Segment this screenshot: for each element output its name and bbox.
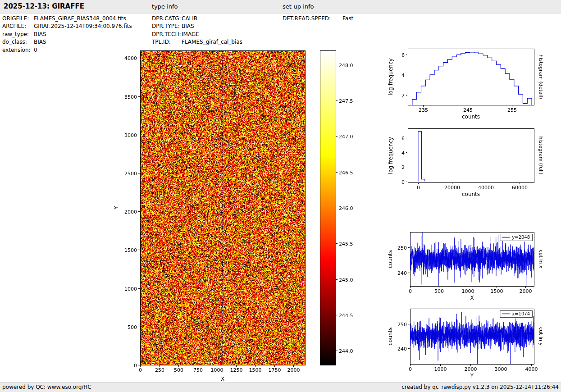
cut-in-x-plot [383,228,545,306]
meta-label: ARCFILE: [2,23,34,30]
meta-value: IMAGE [182,31,199,37]
bias-image-plot [108,45,315,387]
setup-info-heading: set-up info [283,0,314,13]
meta-label: DET.READ.SPEED: [283,15,342,23]
footer-credit-script: created by qc_rawdisp.py v1.2.3 on 2025-… [401,383,559,392]
meta-value: FLAMES_GIRAF_BIAS348_0004.fits [34,15,126,22]
meta-row: DPR.TECH:IMAGE [152,31,242,38]
meta-row: DET.READ.SPEED:Fast [283,15,353,23]
type-info-column: DPR.CATG:CALIB DPR.TYPE:BIAS DPR.TECH:IM… [152,15,242,46]
setup-info-column: DET.READ.SPEED:Fast [283,15,353,23]
meta-label: DPR.TECH: [152,31,182,38]
meta-row: ORIGFILE:FLAMES_GIRAF_BIAS348_0004.fits [2,15,132,23]
meta-label: do_class: [2,38,34,46]
meta-label: extension: [2,46,34,54]
meta-label: DPR.TYPE: [152,23,182,30]
meta-row: raw_type:BIAS [2,31,132,38]
type-info-heading: type info [152,0,178,13]
meta-value: BIAS [182,23,194,29]
meta-value: 0 [34,47,37,53]
meta-value: GIRAF.2025-12-14T09:34:00.976.fits [34,23,132,29]
histogram-full-plot [383,125,545,205]
meta-value: FLAMES_giraf_cal_bias [182,39,242,45]
meta-value: BIAS [34,39,46,45]
meta-value: Fast [342,15,353,22]
cut-in-y-plot [383,305,545,385]
meta-row: DPR.TYPE:BIAS [152,23,242,30]
meta-label: DPR.CATG: [152,15,182,23]
meta-row: DPR.CATG:CALIB [152,15,242,23]
meta-value: BIAS [34,31,46,37]
footer-credit-qc: powered by QC: www.eso.org/HC [2,383,91,392]
meta-label: raw_type: [2,31,34,38]
meta-label: ORIGFILE: [2,15,34,23]
histogram-detail-plot [383,45,545,126]
page-title: 2025-12-13: GIRAFFE [4,0,84,13]
meta-row: ARCFILE:GIRAF.2025-12-14T09:34:00.976.fi… [2,23,132,30]
qc-report-page: 2025-12-13: GIRAFFE type info set-up inf… [0,0,561,392]
meta-value: CALIB [182,15,197,22]
colorbar [315,45,360,369]
